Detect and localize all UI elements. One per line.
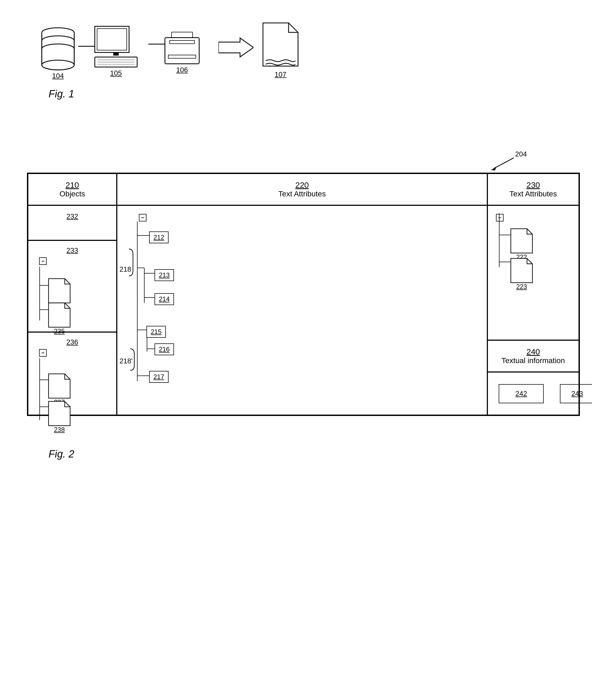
fig1-caption: Fig. 1 [49, 88, 74, 100]
collapse-btn-210[interactable]: − [139, 214, 146, 221]
database-label: 104 [52, 72, 64, 80]
doc-238: 238 [47, 400, 71, 434]
arrow-icon [218, 37, 253, 58]
box-242: 242 [499, 384, 544, 403]
printer-label: 106 [176, 66, 188, 74]
svg-marker-38 [511, 229, 532, 253]
col230-header: 230 Text Attributes [487, 173, 579, 205]
cell-232-num: 232 [66, 212, 78, 220]
col230-num: 230 [527, 181, 540, 189]
keyboard-icon [94, 57, 138, 67]
document-icon [262, 21, 299, 69]
objects-tree: − [134, 214, 482, 221]
col220-num: 220 [295, 181, 309, 189]
col220-body: − 222 223 [487, 205, 579, 340]
ref-204-area: 204 [27, 151, 580, 172]
svg-marker-43 [49, 279, 70, 303]
main-diagram: 210 Objects 220 Text Attributes 230 Text… [27, 172, 580, 416]
svg-marker-49 [49, 401, 70, 426]
svg-point-18 [42, 60, 74, 70]
node-212: 212 [149, 232, 168, 243]
node-215-box: 215 [146, 326, 166, 338]
svg-line-22 [494, 158, 514, 168]
fig1-components: 104 105 [41, 21, 310, 82]
connector-line-1 [78, 46, 94, 47]
node-213-box: 213 [154, 269, 174, 281]
cell-236-num: 236 [34, 338, 111, 346]
node-214: 214 [154, 293, 174, 305]
col210-body: 218 218' − [117, 205, 487, 415]
node-214-box: 214 [154, 293, 174, 305]
col240-header: 240 Textual information [487, 340, 579, 372]
fig1-area: 104 105 [27, 16, 297, 102]
document-label: 107 [275, 70, 286, 79]
col220-label: Text Attributes [278, 190, 326, 198]
monitor-icon [94, 26, 130, 53]
col220-header: 220 Text Attributes [117, 173, 487, 205]
printer-icon [164, 37, 200, 64]
node-216: 216 [154, 343, 174, 355]
cell-233-num: 233 [34, 246, 111, 255]
printer-component: 106 [164, 29, 200, 74]
col230-body: 232 233 − 234 [28, 205, 117, 415]
document-component: 107 [262, 21, 299, 79]
svg-marker-23 [491, 167, 496, 170]
node-215: 215 [146, 326, 166, 338]
svg-marker-39 [511, 258, 532, 283]
database-component: 104 [41, 23, 76, 80]
node-217-box: 217 [149, 371, 168, 383]
database-icon [41, 23, 76, 70]
doc-235: 235 [47, 302, 71, 335]
cell-233: 233 − 234 [28, 240, 117, 332]
arrow-204: 204 [483, 151, 537, 172]
doc-222: 222 [509, 228, 534, 261]
col230-label: Text Attributes [509, 190, 557, 198]
col240-num: 240 [527, 347, 540, 356]
tree-lines-210 [134, 214, 209, 403]
doc-238-label: 238 [47, 426, 71, 434]
computer-label: 105 [110, 69, 121, 78]
svg-text:204: 204 [515, 151, 527, 158]
col240-label: Textual information [501, 356, 565, 365]
fig2-area: 204 210 Objects 220 Text Attributes 230 … [27, 151, 580, 460]
doc-223-label: 223 [509, 283, 534, 291]
col240-body: 242 243 [487, 372, 579, 415]
fig2-caption: Fig. 2 [49, 448, 592, 460]
collapse-btn-233[interactable]: − [39, 257, 47, 265]
node-213: 213 [154, 269, 174, 281]
cell-236: 236 − 237 [28, 332, 117, 415]
node-217: 217 [149, 371, 168, 383]
doc-223: 223 [509, 257, 534, 291]
computer-component: 105 [94, 26, 138, 78]
box-243: 243 [560, 384, 592, 403]
svg-marker-48 [49, 374, 70, 398]
node-212-box: 212 [149, 232, 168, 243]
connector-line-2 [148, 44, 164, 45]
cell-232: 232 [28, 205, 117, 240]
col210-num: 210 [65, 181, 79, 189]
svg-marker-44 [49, 303, 70, 327]
label-218-prime: 218' [119, 357, 133, 365]
collapse-btn-236[interactable]: − [39, 349, 47, 357]
node-216-box: 216 [154, 343, 174, 355]
col210-header: 210 Objects [28, 173, 117, 205]
label-218: 218 [119, 265, 131, 273]
col210-label: Objects [60, 190, 85, 198]
svg-marker-19 [218, 38, 253, 57]
